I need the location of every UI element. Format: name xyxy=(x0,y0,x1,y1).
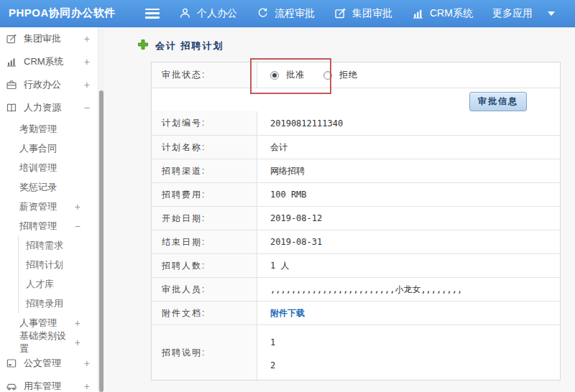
sidebar-item[interactable]: 奖惩记录 xyxy=(0,177,98,197)
chart-icon xyxy=(6,56,17,67)
person-icon xyxy=(179,7,191,19)
sidebar-item-label: CRM系统 xyxy=(24,55,64,68)
field-label: 计划名称: xyxy=(152,136,257,159)
field-value: 会计 xyxy=(257,136,560,159)
radio-approve[interactable] xyxy=(270,71,279,80)
radio-reject[interactable] xyxy=(323,71,332,80)
sidebar-item-label: 人力资源 xyxy=(24,101,61,114)
field-value: 12 xyxy=(257,325,560,380)
form-row: 计划名称:会计 xyxy=(152,135,560,159)
field-value: 附件下载 xyxy=(257,302,560,325)
form-row: 招聘人数:1 人 xyxy=(152,253,560,277)
expand-toggle-icon: + xyxy=(84,56,98,67)
radio-reject-label: 拒绝 xyxy=(339,69,358,81)
approval-radio-group: 批准 拒绝 xyxy=(270,69,369,81)
field-value: 20190812111340 xyxy=(257,111,560,135)
form-row: 招聘费用:100 RMB xyxy=(152,182,560,206)
recruitment-plan-form: 审批状态: 批准 拒绝 审批信息 计划编号:20190812111340计划名称… xyxy=(151,62,561,381)
nav-label: 集团审批 xyxy=(352,7,392,20)
attachment-download-link[interactable]: 附件下载 xyxy=(270,307,305,319)
edit-icon xyxy=(6,33,17,45)
doc-icon xyxy=(6,358,17,369)
form-row: 开始日期:2019-08-12 xyxy=(152,206,560,230)
sidebar-item[interactable]: 考勤管理 xyxy=(0,119,98,139)
chart-icon xyxy=(412,7,424,19)
sidebar-item[interactable]: 行政办公+ xyxy=(0,73,98,96)
sidebar-item[interactable]: 人才库 xyxy=(18,274,98,294)
nav-label: 流程审批 xyxy=(275,7,315,20)
field-label: 附件文档: xyxy=(152,302,257,325)
field-label: 招聘说明: xyxy=(152,325,257,380)
form-row: 附件文档:附件下载 xyxy=(152,301,560,325)
sidebar-item-label: 人事管理 xyxy=(19,317,57,330)
field-label: 审批人员: xyxy=(152,278,257,301)
hamburger-menu-icon[interactable] xyxy=(145,9,160,19)
sidebar-item-label: 招聘需求 xyxy=(26,239,63,252)
sidebar-item-label: 招聘计划 xyxy=(26,258,63,271)
expand-toggle-icon: − xyxy=(84,102,98,113)
sidebar-item[interactable]: 薪资管理+ xyxy=(0,197,98,216)
expand-toggle-icon: + xyxy=(84,33,98,45)
main-content: 会计 招聘计划 审批状态: 批准 拒绝 审批信息 计划编号:2019081211… xyxy=(104,27,575,392)
sidebar-item[interactable]: 招聘需求 xyxy=(18,235,98,255)
sidebar-item-label: 招聘录用 xyxy=(26,297,63,310)
approval-info-button[interactable]: 审批信息 xyxy=(469,92,527,111)
sidebar-item[interactable]: 人事合同 xyxy=(0,139,98,158)
expand-toggle-icon: − xyxy=(75,220,98,232)
briefcase-icon xyxy=(6,79,17,90)
field-value-line: 2 xyxy=(270,354,560,377)
approval-status-row: 审批状态: 批准 拒绝 xyxy=(152,62,560,88)
sidebar-item[interactable]: 集团审批+ xyxy=(0,27,98,50)
sidebar-item-label: 行政办公 xyxy=(24,78,61,91)
sidebar-item[interactable]: 招聘录用 xyxy=(18,294,98,313)
expand-toggle-icon: + xyxy=(84,381,98,392)
field-value: ,,,,,,,,,,,,,,,,,,,,,,,,小龙女,,,,,,,, xyxy=(257,278,560,301)
sidebar-scrollbar-thumb[interactable] xyxy=(99,90,104,392)
app-logo: PHPOA协同办公软件 xyxy=(0,6,137,20)
sidebar-item[interactable]: 用车管理+ xyxy=(0,375,98,392)
sidebar-item[interactable]: 招聘计划 xyxy=(18,255,98,274)
expand-toggle-icon: + xyxy=(75,337,98,348)
add-plus-icon xyxy=(137,39,149,53)
page-title: 会计 招聘计划 xyxy=(155,39,224,52)
car-icon xyxy=(6,381,17,392)
flow-icon xyxy=(257,7,269,19)
edit-icon xyxy=(334,7,346,19)
sidebar: 集团审批+CRM系统+行政办公+人力资源−考勤管理人事合同培训管理奖惩记录薪资管… xyxy=(0,27,104,392)
form-row: 招聘说明:12 xyxy=(152,325,560,380)
nav-crm-system[interactable]: CRM系统 xyxy=(412,7,473,20)
nav-group-approval[interactable]: 集团审批 xyxy=(334,7,392,20)
caret-down-icon xyxy=(548,11,555,16)
sidebar-item-label: 基础类别设置 xyxy=(19,330,75,355)
field-label: 招聘渠道: xyxy=(152,159,257,182)
form-row: 审批人员:,,,,,,,,,,,,,,,,,,,,,,,,小龙女,,,,,,,, xyxy=(152,277,560,301)
form-row: 计划编号:20190812111340 xyxy=(152,111,560,135)
nav-more-apps[interactable]: 更多应用 xyxy=(492,7,555,20)
sidebar-item[interactable]: 基础类别设置+ xyxy=(0,332,98,352)
field-label: 开始日期: xyxy=(152,207,257,230)
field-label: 结束日期: xyxy=(152,230,257,253)
sidebar-scrollbar-track xyxy=(98,27,104,392)
sidebar-item-label: 公文管理 xyxy=(24,357,61,370)
form-rows: 计划编号:20190812111340计划名称:会计招聘渠道:网络招聘招聘费用:… xyxy=(152,111,560,380)
nav-personal-office[interactable]: 个人办公 xyxy=(179,7,237,20)
field-label: 招聘费用: xyxy=(152,183,257,206)
sidebar-item[interactable]: 人力资源− xyxy=(0,96,98,119)
sidebar-item[interactable]: 公文管理+ xyxy=(0,352,98,375)
expand-toggle-icon: + xyxy=(75,317,98,329)
nav-workflow-approval[interactable]: 流程审批 xyxy=(257,7,315,20)
sidebar-item[interactable]: 培训管理 xyxy=(0,158,98,177)
approval-button-row: 审批信息 xyxy=(152,88,560,111)
topbar: PHPOA协同办公软件 个人办公 xyxy=(0,0,575,27)
sidebar-item[interactable]: 招聘管理− xyxy=(0,216,98,235)
nav-label: CRM系统 xyxy=(430,7,473,20)
sidebar-item-label: 考勤管理 xyxy=(19,123,57,136)
sidebar-item-label: 培训管理 xyxy=(19,162,57,174)
sidebar-item-label: 薪资管理 xyxy=(19,200,57,213)
sidebar-menu: 集团审批+CRM系统+行政办公+人力资源−考勤管理人事合同培训管理奖惩记录薪资管… xyxy=(0,27,98,392)
nav-label: 更多应用 xyxy=(492,7,533,20)
field-value: 2019-08-31 xyxy=(257,230,560,253)
sidebar-item-label: 集团审批 xyxy=(24,32,61,45)
sidebar-item[interactable]: CRM系统+ xyxy=(0,50,98,73)
app-window: PHPOA协同办公软件 个人办公 xyxy=(0,0,575,392)
